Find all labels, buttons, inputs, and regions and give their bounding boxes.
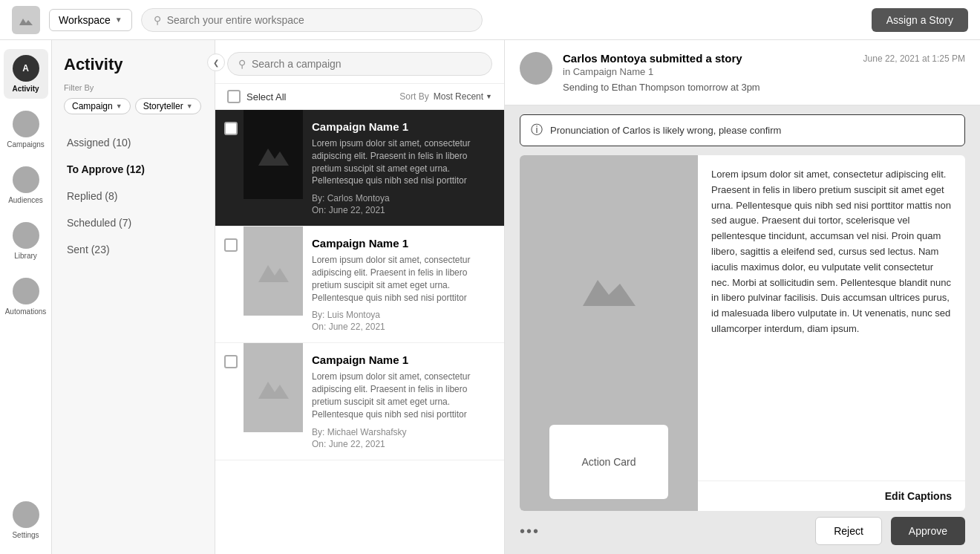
activity-nav: Assigned (10) To Approve (12) Replied (8… [52,123,215,269]
sort-by-label: Sort By [399,91,428,102]
activity-panel: ❮ Activity Filter By Campaign ▼ Storytel… [52,40,215,554]
campaign-chip-arrow-icon: ▼ [116,102,122,110]
campaign-item[interactable]: Campaign Name 1 Lorem ipsum dolor sit am… [215,343,504,460]
campaign-desc-2: Lorem ipsum dolor sit amet, consectetur … [312,371,495,420]
warning-bar: ⓘ Pronunciation of Carlos is likely wron… [520,114,965,146]
campaign-list: Campaign Name 1 Lorem ipsum dolor sit am… [215,110,504,554]
filter-bar: Filter By Campaign ▼ Storyteller ▼ [52,83,215,123]
detail-avatar [520,52,552,85]
campaign-search-icon: ⚲ [238,58,246,70]
campaign-checkbox-0[interactable] [224,122,238,135]
campaign-by-2: By: Michael Warshafsky [312,427,495,437]
assign-story-button[interactable]: Assign a Story [872,8,968,32]
nav-item-sent[interactable]: Sent (23) [52,236,215,263]
campaign-thumbnail-1 [244,227,303,316]
collapse-button[interactable]: ❮ [207,53,225,71]
campaign-search-bar: ⚲ [215,40,504,84]
sidebar-item-library[interactable]: Library [4,216,48,266]
sidebar-item-audiences[interactable]: Audiences [4,160,48,210]
sidebar-label-audiences: Audiences [8,196,43,204]
select-all-label[interactable]: Select All [246,91,286,102]
detail-footer: ••• Reject Approve [505,517,980,554]
audiences-avatar [13,166,39,193]
action-card: Action Card [549,425,668,499]
select-all-area: Select All [227,90,286,103]
more-options-icon[interactable]: ••• [520,523,540,540]
campaign-info-0: Campaign Name 1 Lorem ipsum dolor sit am… [303,110,504,226]
reject-button[interactable]: Reject [815,517,882,545]
detail-title: Carlos Montoya submitted a story [563,52,853,65]
topbar: Workspace ▼ ⚲ Assign a Story [0,0,980,40]
campaign-thumbnail-2 [244,343,303,432]
campaign-desc-1: Lorem ipsum dolor sit amet, consectetur … [312,254,495,304]
search-icon: ⚲ [154,14,161,26]
storyteller-chip-arrow-icon: ▼ [186,102,193,110]
campaign-name-0: Campaign Name 1 [312,120,495,133]
approve-button[interactable]: Approve [891,517,965,545]
campaign-by-0: By: Carlos Montoya [312,193,495,203]
campaign-on-1: On: June 22, 2021 [312,322,495,332]
filter-chips: Campaign ▼ Storyteller ▼ [64,98,203,114]
footer-actions: Reject Approve [815,517,965,545]
campaign-checkbox-2[interactable] [224,355,238,368]
nav-item-replied[interactable]: Replied (8) [52,183,215,209]
detail-body: Lorem ipsum dolor sit amet, consectetur … [711,167,952,337]
nav-item-assigned[interactable]: Assigned (10) [52,129,215,156]
sort-by: Sort By Most Recent ▼ [399,91,492,102]
sidebar-label-automations: Automations [5,307,47,316]
sort-chevron-icon: ▼ [486,93,492,100]
campaign-name-2: Campaign Name 1 [312,353,495,366]
campaign-item[interactable]: Campaign Name 1 Lorem ipsum dolor sit am… [215,227,504,343]
campaign-info-2: Campaign Name 1 Lorem ipsum dolor sit am… [303,343,504,459]
sidebar-item-activity[interactable]: A Activity [4,49,48,99]
sidebar-label-campaigns: Campaigns [7,140,45,149]
campaign-meta-0: By: Carlos Montoya On: June 22, 2021 [312,193,495,215]
warning-text: Pronunciation of Carlos is likely wrong,… [550,125,781,136]
campaign-checkbox-1[interactable] [224,238,238,252]
nav-item-scheduled[interactable]: Scheduled (7) [52,209,215,236]
sidebar-label-activity: Activity [12,85,39,93]
campaign-item[interactable]: Campaign Name 1 Lorem ipsum dolor sit am… [215,110,504,227]
campaign-name-1: Campaign Name 1 [312,237,495,250]
global-search-input[interactable] [167,14,470,26]
sort-bar: Select All Sort By Most Recent ▼ [215,84,504,110]
campaign-thumbnail-0 [244,110,303,199]
media-placeholder-icon [579,265,638,310]
detail-media: Action Card [520,155,698,511]
campaign-on-0: On: June 22, 2021 [312,205,495,215]
detail-header: Carlos Montoya submitted a story in Camp… [505,40,980,105]
storyteller-filter-chip[interactable]: Storyteller ▼ [135,98,201,114]
campaign-by-1: By: Luis Montoya [312,310,495,320]
detail-header-info: Carlos Montoya submitted a story in Camp… [563,52,853,93]
campaign-meta-2: By: Michael Warshafsky On: June 22, 2021 [312,427,495,449]
activity-avatar: A [13,55,39,82]
sidebar-item-automations[interactable]: Automations [4,272,48,322]
campaign-check-area [215,227,244,342]
detail-panel: Carlos Montoya submitted a story in Camp… [505,40,980,554]
settings-avatar [13,501,39,528]
campaign-filter-chip[interactable]: Campaign ▼ [64,98,131,114]
global-search: ⚲ [141,8,483,32]
sort-value[interactable]: Most Recent ▼ [434,91,492,102]
select-all-checkbox[interactable] [227,90,241,103]
workspace-button[interactable]: Workspace ▼ [49,9,132,31]
sidebar-item-settings[interactable]: Settings [4,495,48,545]
detail-subtitle: in Campaign Name 1 [563,66,853,77]
sidebar-item-campaigns[interactable]: Campaigns [4,105,48,154]
sidebar-label-settings: Settings [12,531,39,539]
detail-timestamp: June 22, 2021 at 1:25 PM [863,53,965,64]
sidebar: A Activity Campaigns Audiences Library A… [0,40,52,554]
sidebar-label-library: Library [14,252,37,260]
campaign-search: ⚲ [227,52,492,76]
library-avatar [13,222,39,249]
campaigns-avatar [13,111,39,137]
campaign-panel: ⚲ Select All Sort By Most Recent ▼ [215,40,505,554]
campaign-info-1: Campaign Name 1 Lorem ipsum dolor sit am… [303,227,504,342]
campaign-search-input[interactable] [252,58,481,70]
edit-captions-button[interactable]: Edit Captions [698,480,965,511]
warning-icon: ⓘ [531,123,543,138]
detail-sending: Sending to Ethan Thompson tomorrow at 3p… [563,82,853,93]
campaign-on-2: On: June 22, 2021 [312,439,495,449]
campaign-check-area [215,343,244,459]
nav-item-to-approve[interactable]: To Approve (12) [52,156,215,183]
